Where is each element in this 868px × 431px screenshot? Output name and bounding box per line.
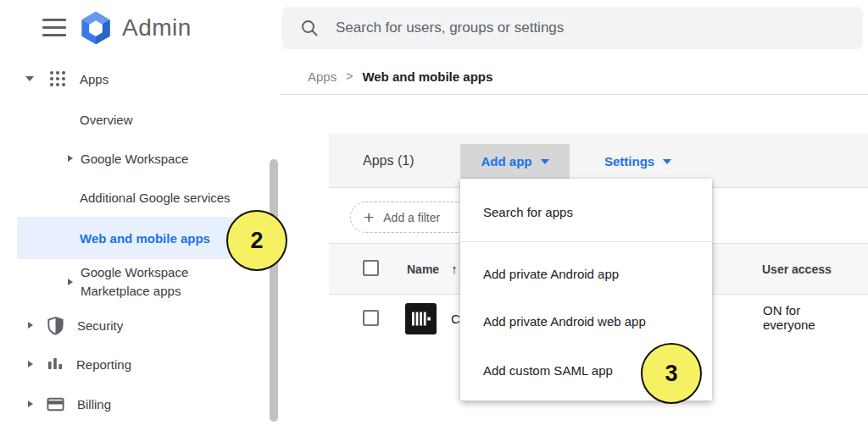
sidebar-item-label: Overview: [80, 113, 133, 127]
search-placeholder: Search for users, groups or settings: [336, 19, 564, 36]
search-icon: [300, 19, 319, 37]
settings-button[interactable]: Settings: [593, 144, 682, 179]
brand-logo[interactable]: Admin: [78, 10, 192, 46]
plus-icon: +: [364, 208, 374, 226]
chevron-right-icon[interactable]: [68, 155, 73, 162]
admin-hexagon-icon: [78, 10, 114, 46]
menu-item-add-private-android-app[interactable]: Add private Android app: [460, 257, 712, 290]
settings-label: Settings: [604, 154, 654, 169]
apps-grid-icon: [47, 69, 68, 89]
sort-ascending-icon[interactable]: ↑: [451, 262, 458, 276]
add-app-label: Add app: [481, 154, 532, 169]
menu-divider: [460, 241, 712, 242]
app-name-cell[interactable]: C: [451, 312, 460, 326]
brand-title: Admin: [122, 14, 192, 41]
sidebar-item-billing[interactable]: Billing: [28, 391, 111, 417]
app-logo-icon: [405, 303, 437, 334]
sidebar-item-label: Google Workspace: [81, 152, 188, 166]
sidebar-item-label: Web and mobile apps: [80, 231, 210, 246]
shield-icon: [46, 316, 65, 335]
add-filter-label: Add a filter: [383, 211, 440, 224]
annotation-step-2: 2: [226, 210, 287, 271]
column-header-name[interactable]: Name ↑: [407, 243, 458, 295]
sidebar-item-label: Billing: [77, 397, 111, 412]
chevron-right-icon[interactable]: [28, 322, 33, 329]
chevron-down-icon[interactable]: [25, 76, 34, 81]
chevron-right-icon[interactable]: [28, 361, 33, 367]
sidebar-item-additional-google-services[interactable]: Additional Google services: [80, 185, 231, 210]
row-checkbox[interactable]: [363, 310, 379, 326]
sidebar-item-label: Reporting: [76, 357, 131, 372]
admin-console-window: Admin Search for users, groups or settin…: [0, 0, 868, 431]
sidebar-item-label: Security: [77, 318, 123, 333]
chevron-right-icon[interactable]: [68, 279, 73, 285]
dropdown-arrow-icon: [663, 159, 671, 164]
apps-count-title: Apps (1): [363, 134, 414, 188]
sidebar-item-apps[interactable]: Apps: [25, 66, 108, 91]
breadcrumb-current: Web and mobile apps: [362, 69, 492, 84]
user-access-cell: ON for everyone: [763, 243, 854, 392]
add-app-button[interactable]: Add app: [460, 144, 570, 179]
menu-item-search-for-apps[interactable]: Search for apps: [460, 195, 712, 229]
sidebar-item-label: Google Workspace Marketplace apps: [81, 263, 223, 301]
chevron-right-icon[interactable]: [28, 401, 33, 407]
dropdown-arrow-icon: [541, 159, 549, 164]
breadcrumb: Apps > Web and mobile apps: [308, 66, 492, 86]
sidebar-item-reporting[interactable]: Reporting: [28, 351, 131, 377]
sidebar-item-overview[interactable]: Overview: [80, 107, 133, 132]
annotation-step-3: 3: [641, 343, 702, 404]
sidebar-item-label: Additional Google services: [80, 191, 231, 205]
sidebar-item-google-workspace[interactable]: Google Workspace: [68, 146, 188, 171]
credit-card-icon: [46, 395, 65, 414]
sidebar-item-security[interactable]: Security: [28, 312, 123, 338]
breadcrumb-separator: >: [346, 69, 353, 83]
sidebar-scrollbar[interactable]: [270, 159, 278, 422]
menu-item-add-private-android-web-app[interactable]: Add private Android web app: [460, 304, 712, 338]
hamburger-menu-icon[interactable]: [42, 19, 66, 36]
breadcrumb-divider: [280, 94, 868, 95]
search-input[interactable]: Search for users, groups or settings: [281, 7, 863, 49]
breadcrumb-apps-link[interactable]: Apps: [308, 69, 337, 84]
select-all-checkbox[interactable]: [363, 260, 379, 276]
sidebar-item-label: Apps: [80, 72, 108, 86]
bar-chart-icon: [46, 355, 64, 373]
sidebar-item-marketplace-apps[interactable]: Google Workspace Marketplace apps: [68, 262, 223, 301]
